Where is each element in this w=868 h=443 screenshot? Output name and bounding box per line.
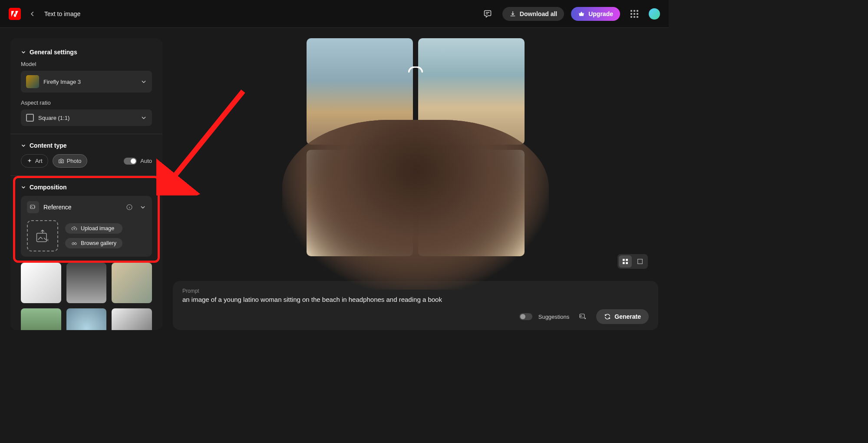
refresh-icon xyxy=(604,313,611,320)
svg-point-5 xyxy=(75,243,77,245)
suggestions-toggle[interactable] xyxy=(519,313,532,320)
svg-rect-8 xyxy=(623,262,625,264)
reference-label: Reference xyxy=(43,204,122,211)
browse-gallery-button[interactable]: Browse gallery xyxy=(65,238,122,248)
general-settings-section: General settings Model Firefly Image 3 A… xyxy=(21,49,152,126)
aspect-label: Aspect ratio xyxy=(21,99,152,106)
svg-point-4 xyxy=(72,243,74,245)
art-chip[interactable]: Art xyxy=(21,154,48,168)
image-prompt-icon[interactable] xyxy=(575,309,590,324)
model-value: Firefly Image 3 xyxy=(43,79,81,85)
upgrade-button[interactable]: Upgrade xyxy=(571,7,620,21)
upload-dropzone[interactable] xyxy=(27,220,58,251)
grid-view-button[interactable] xyxy=(619,255,632,268)
svg-rect-9 xyxy=(626,262,628,264)
camera-icon xyxy=(58,158,64,164)
page-title: Text to image xyxy=(44,10,80,17)
chevron-down-icon xyxy=(21,185,26,190)
svg-rect-7 xyxy=(626,259,628,261)
canvas-area: Prompt an image of a young latino woman … xyxy=(162,28,669,341)
aspect-dropdown[interactable]: Square (1:1) xyxy=(21,109,152,126)
download-all-label: Download all xyxy=(520,10,557,17)
back-button[interactable] xyxy=(28,9,37,19)
upgrade-label: Upgrade xyxy=(588,10,613,17)
sparkle-icon xyxy=(26,158,33,164)
chevron-down-icon xyxy=(141,115,147,121)
content-type-header[interactable]: Content type xyxy=(21,142,152,149)
square-icon xyxy=(26,114,34,122)
adobe-logo xyxy=(9,8,21,20)
generate-button[interactable]: Generate xyxy=(596,309,649,324)
composition-preset-grid xyxy=(21,263,152,330)
view-toggle xyxy=(617,254,648,269)
avatar[interactable] xyxy=(649,8,660,20)
top-bar: Text to image Download all Upgrade xyxy=(0,0,669,28)
svg-rect-6 xyxy=(623,259,625,261)
binoculars-icon xyxy=(71,240,77,246)
preset-thumb[interactable] xyxy=(66,263,107,303)
info-icon[interactable] xyxy=(126,204,133,211)
generated-image[interactable] xyxy=(418,150,525,256)
model-dropdown[interactable]: Firefly Image 3 xyxy=(21,71,152,93)
composition-header[interactable]: Composition xyxy=(21,184,152,191)
suggestions-label: Suggestions xyxy=(538,314,570,320)
reference-icon xyxy=(27,201,39,213)
prompt-text[interactable]: an image of a young latino woman sitting… xyxy=(182,296,649,303)
cloud-upload-icon xyxy=(71,225,77,231)
svg-rect-3 xyxy=(37,233,47,242)
auto-label: Auto xyxy=(140,158,152,164)
general-settings-header[interactable]: General settings xyxy=(21,49,152,56)
model-label: Model xyxy=(21,61,152,67)
photo-chip[interactable]: Photo xyxy=(53,154,87,168)
chevron-down-icon xyxy=(141,79,147,85)
preset-thumb[interactable] xyxy=(66,308,107,330)
chevron-down-icon[interactable] xyxy=(140,204,146,210)
generated-images-area xyxy=(173,38,658,274)
download-all-button[interactable]: Download all xyxy=(502,7,564,21)
model-thumbnail xyxy=(26,75,39,88)
aspect-value: Square (1:1) xyxy=(38,115,69,121)
preset-thumb[interactable] xyxy=(112,308,152,330)
svg-point-0 xyxy=(60,160,62,162)
preset-thumb[interactable] xyxy=(21,308,61,330)
settings-sidebar: General settings Model Firefly Image 3 A… xyxy=(10,38,162,330)
upload-image-button[interactable]: Upload image xyxy=(65,223,122,234)
content-type-section: Content type Art Photo Auto xyxy=(21,142,152,168)
reference-card: Reference Upload image xyxy=(21,196,152,257)
chevron-down-icon xyxy=(21,50,26,55)
single-view-button[interactable] xyxy=(634,255,647,268)
preset-thumb[interactable] xyxy=(21,263,61,303)
composition-section: Composition Reference xyxy=(21,184,152,257)
apps-icon[interactable] xyxy=(627,7,642,21)
preset-thumb[interactable] xyxy=(112,263,152,303)
auto-toggle[interactable] xyxy=(124,158,137,165)
comments-icon[interactable] xyxy=(480,6,495,22)
svg-rect-10 xyxy=(638,259,643,264)
chevron-down-icon xyxy=(21,143,26,148)
